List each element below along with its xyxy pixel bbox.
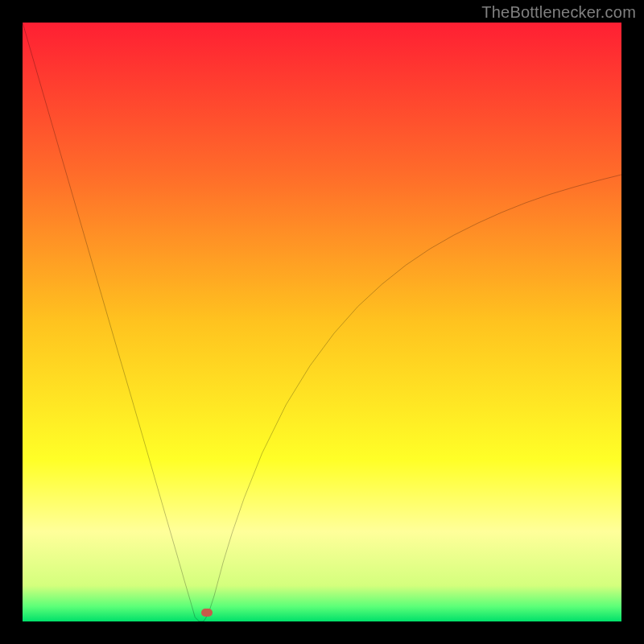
bottleneck-curve <box>23 23 621 621</box>
chart-frame: TheBottlenecker.com <box>0 0 644 644</box>
plot-area <box>23 23 621 621</box>
bottleneck-point-marker <box>201 609 213 617</box>
watermark-text: TheBottlenecker.com <box>481 3 636 22</box>
